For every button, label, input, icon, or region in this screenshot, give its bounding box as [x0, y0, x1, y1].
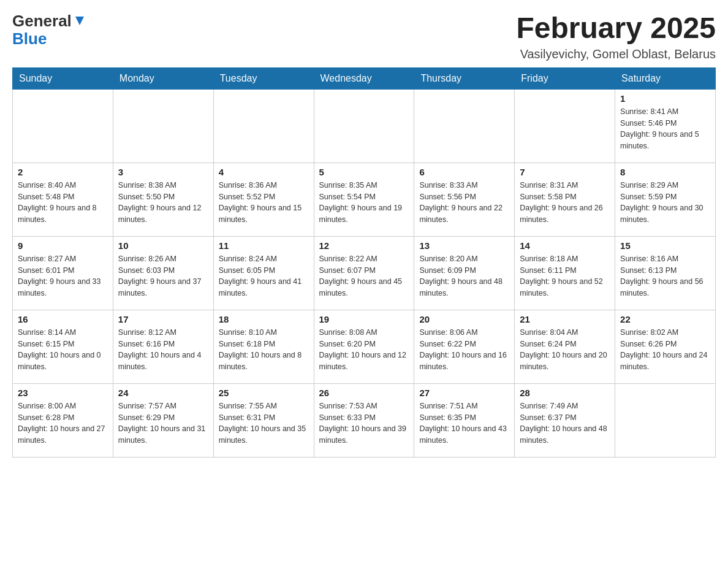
day-info: Sunrise: 8:38 AMSunset: 5:50 PMDaylight:…	[118, 180, 208, 226]
day-info: Sunrise: 7:49 AMSunset: 6:37 PMDaylight:…	[520, 400, 610, 446]
weekday-header-monday: Monday	[113, 67, 213, 89]
day-number: 16	[18, 314, 108, 324]
week-row-2: 2Sunrise: 8:40 AMSunset: 5:48 PMDaylight…	[13, 163, 716, 236]
calendar-cell: 19Sunrise: 8:08 AMSunset: 6:20 PMDayligh…	[314, 310, 414, 383]
day-number: 23	[18, 388, 108, 398]
calendar-cell: 9Sunrise: 8:27 AMSunset: 6:01 PMDaylight…	[13, 236, 113, 310]
day-number: 9	[18, 240, 108, 251]
day-info: Sunrise: 8:16 AMSunset: 6:13 PMDaylight:…	[620, 253, 710, 299]
calendar-cell: 1Sunrise: 8:41 AMSunset: 5:46 PMDaylight…	[615, 89, 716, 163]
weekday-header-row: SundayMondayTuesdayWednesdayThursdayFrid…	[13, 67, 716, 89]
day-number: 26	[319, 388, 409, 398]
calendar-cell: 17Sunrise: 8:12 AMSunset: 6:16 PMDayligh…	[113, 310, 213, 383]
day-info: Sunrise: 8:36 AMSunset: 5:52 PMDaylight:…	[219, 180, 309, 226]
day-number: 21	[520, 314, 610, 324]
calendar-cell	[615, 383, 716, 457]
logo-blue-text: Blue	[12, 29, 47, 48]
calendar-cell: 2Sunrise: 8:40 AMSunset: 5:48 PMDaylight…	[13, 163, 113, 236]
calendar-cell: 4Sunrise: 8:36 AMSunset: 5:52 PMDaylight…	[213, 163, 314, 236]
day-info: Sunrise: 8:06 AMSunset: 6:22 PMDaylight:…	[419, 327, 509, 373]
day-number: 2	[18, 167, 108, 177]
month-title: February 2025	[516, 12, 716, 45]
calendar-cell: 3Sunrise: 8:38 AMSunset: 5:50 PMDaylight…	[113, 163, 213, 236]
day-info: Sunrise: 8:22 AMSunset: 6:07 PMDaylight:…	[319, 253, 409, 299]
day-number: 12	[319, 240, 409, 251]
day-info: Sunrise: 8:10 AMSunset: 6:18 PMDaylight:…	[219, 327, 309, 373]
page-header: General Blue February 2025 Vasilyevichy,…	[12, 12, 716, 61]
week-row-3: 9Sunrise: 8:27 AMSunset: 6:01 PMDaylight…	[13, 236, 716, 310]
logo-general-text: General	[12, 12, 72, 30]
calendar-cell: 15Sunrise: 8:16 AMSunset: 6:13 PMDayligh…	[615, 236, 716, 310]
calendar-cell	[314, 89, 414, 163]
day-number: 11	[219, 240, 309, 251]
day-info: Sunrise: 8:08 AMSunset: 6:20 PMDaylight:…	[319, 327, 409, 373]
logo-triangle-icon	[73, 15, 86, 26]
calendar-cell: 26Sunrise: 7:53 AMSunset: 6:33 PMDayligh…	[314, 383, 414, 457]
calendar-cell: 20Sunrise: 8:06 AMSunset: 6:22 PMDayligh…	[414, 310, 515, 383]
day-info: Sunrise: 8:14 AMSunset: 6:15 PMDaylight:…	[18, 327, 108, 373]
weekday-header-tuesday: Tuesday	[213, 67, 314, 89]
day-info: Sunrise: 8:12 AMSunset: 6:16 PMDaylight:…	[118, 327, 208, 373]
calendar-cell: 21Sunrise: 8:04 AMSunset: 6:24 PMDayligh…	[515, 310, 615, 383]
calendar-cell: 10Sunrise: 8:26 AMSunset: 6:03 PMDayligh…	[113, 236, 213, 310]
day-info: Sunrise: 8:31 AMSunset: 5:58 PMDaylight:…	[520, 180, 610, 226]
day-info: Sunrise: 8:24 AMSunset: 6:05 PMDaylight:…	[219, 253, 309, 299]
calendar-cell: 23Sunrise: 8:00 AMSunset: 6:28 PMDayligh…	[13, 383, 113, 457]
day-info: Sunrise: 8:02 AMSunset: 6:26 PMDaylight:…	[620, 327, 710, 373]
day-info: Sunrise: 8:35 AMSunset: 5:54 PMDaylight:…	[319, 180, 409, 226]
day-info: Sunrise: 8:00 AMSunset: 6:28 PMDaylight:…	[18, 400, 108, 446]
day-info: Sunrise: 8:27 AMSunset: 6:01 PMDaylight:…	[18, 253, 108, 299]
weekday-header-thursday: Thursday	[414, 67, 515, 89]
calendar-cell	[113, 89, 213, 163]
calendar-cell: 27Sunrise: 7:51 AMSunset: 6:35 PMDayligh…	[414, 383, 515, 457]
week-row-4: 16Sunrise: 8:14 AMSunset: 6:15 PMDayligh…	[13, 310, 716, 383]
weekday-header-friday: Friday	[515, 67, 615, 89]
day-info: Sunrise: 7:57 AMSunset: 6:29 PMDaylight:…	[118, 400, 208, 446]
day-number: 28	[520, 388, 610, 398]
day-info: Sunrise: 8:40 AMSunset: 5:48 PMDaylight:…	[18, 180, 108, 226]
day-info: Sunrise: 8:04 AMSunset: 6:24 PMDaylight:…	[520, 327, 610, 373]
day-info: Sunrise: 7:51 AMSunset: 6:35 PMDaylight:…	[419, 400, 509, 446]
calendar-cell: 5Sunrise: 8:35 AMSunset: 5:54 PMDaylight…	[314, 163, 414, 236]
calendar-cell: 8Sunrise: 8:29 AMSunset: 5:59 PMDaylight…	[615, 163, 716, 236]
weekday-header-saturday: Saturday	[615, 67, 716, 89]
calendar-cell: 16Sunrise: 8:14 AMSunset: 6:15 PMDayligh…	[13, 310, 113, 383]
day-info: Sunrise: 8:26 AMSunset: 6:03 PMDaylight:…	[118, 253, 208, 299]
day-number: 27	[419, 388, 509, 398]
day-info: Sunrise: 8:18 AMSunset: 6:11 PMDaylight:…	[520, 253, 610, 299]
calendar-cell: 6Sunrise: 8:33 AMSunset: 5:56 PMDaylight…	[414, 163, 515, 236]
day-number: 19	[319, 314, 409, 324]
day-number: 10	[118, 240, 208, 251]
calendar-cell: 11Sunrise: 8:24 AMSunset: 6:05 PMDayligh…	[213, 236, 314, 310]
day-number: 7	[520, 167, 610, 177]
weekday-header-sunday: Sunday	[13, 67, 113, 89]
day-number: 15	[620, 240, 710, 251]
calendar-cell: 25Sunrise: 7:55 AMSunset: 6:31 PMDayligh…	[213, 383, 314, 457]
day-number: 1	[620, 93, 710, 104]
week-row-1: 1Sunrise: 8:41 AMSunset: 5:46 PMDaylight…	[13, 89, 716, 163]
calendar-cell: 24Sunrise: 7:57 AMSunset: 6:29 PMDayligh…	[113, 383, 213, 457]
day-number: 13	[419, 240, 509, 251]
day-info: Sunrise: 8:33 AMSunset: 5:56 PMDaylight:…	[419, 180, 509, 226]
calendar-cell: 7Sunrise: 8:31 AMSunset: 5:58 PMDaylight…	[515, 163, 615, 236]
calendar-cell: 28Sunrise: 7:49 AMSunset: 6:37 PMDayligh…	[515, 383, 615, 457]
calendar-cell: 12Sunrise: 8:22 AMSunset: 6:07 PMDayligh…	[314, 236, 414, 310]
day-number: 24	[118, 388, 208, 398]
calendar-table: SundayMondayTuesdayWednesdayThursdayFrid…	[12, 67, 716, 458]
day-info: Sunrise: 7:55 AMSunset: 6:31 PMDaylight:…	[219, 400, 309, 446]
calendar-cell	[13, 89, 113, 163]
title-block: February 2025 Vasilyevichy, Gomel Oblast…	[516, 12, 716, 61]
day-number: 8	[620, 167, 710, 177]
day-info: Sunrise: 8:29 AMSunset: 5:59 PMDaylight:…	[620, 180, 710, 226]
calendar-cell: 22Sunrise: 8:02 AMSunset: 6:26 PMDayligh…	[615, 310, 716, 383]
calendar-cell	[515, 89, 615, 163]
calendar-cell: 13Sunrise: 8:20 AMSunset: 6:09 PMDayligh…	[414, 236, 515, 310]
day-number: 14	[520, 240, 610, 251]
day-number: 3	[118, 167, 208, 177]
day-number: 25	[219, 388, 309, 398]
calendar-cell: 18Sunrise: 8:10 AMSunset: 6:18 PMDayligh…	[213, 310, 314, 383]
day-number: 6	[419, 167, 509, 177]
logo: General Blue	[12, 12, 86, 47]
location-text: Vasilyevichy, Gomel Oblast, Belarus	[516, 47, 716, 61]
day-info: Sunrise: 7:53 AMSunset: 6:33 PMDaylight:…	[319, 400, 409, 446]
